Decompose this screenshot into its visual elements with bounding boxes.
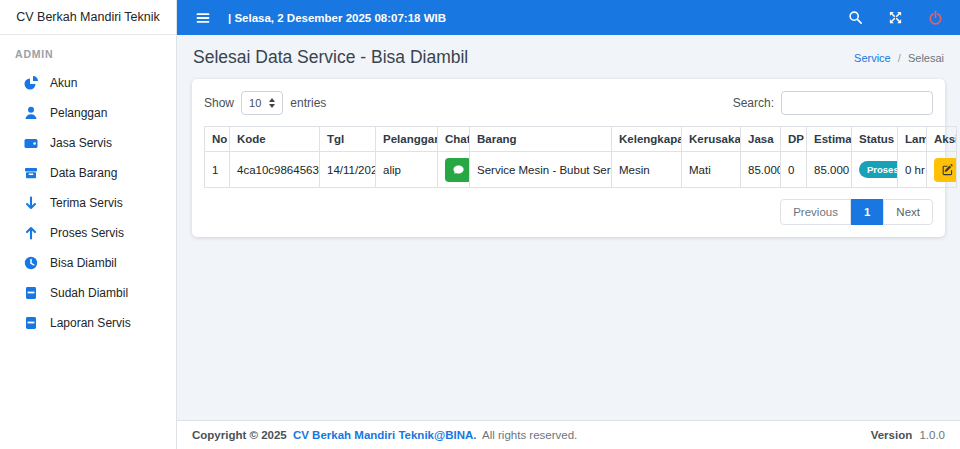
sidebar-item-label: Akun [50, 76, 77, 90]
sidebar-item-akun[interactable]: Akun [0, 68, 176, 98]
sidebar-menu: Akun Pelanggan Jasa Servis Data Barang [0, 68, 176, 338]
search-input[interactable] [781, 91, 933, 115]
entries-select[interactable]: 10 [241, 91, 283, 115]
search-label: Search: [733, 96, 774, 110]
sidebar-item-proses-servis[interactable]: Proses Servis [0, 218, 176, 248]
cell-kelengkapan: Mesin [612, 152, 682, 188]
cell-no: 1 [205, 152, 230, 188]
chevron-updown-icon [269, 98, 275, 108]
brand-header[interactable]: CV Berkah Mandiri Teknik [0, 0, 176, 35]
col-lama: Lama [898, 127, 927, 152]
cell-estimasi: 85.000 [807, 152, 852, 188]
show-label: Show [204, 96, 234, 110]
footer-copyright: Copyright © 2025 CV Berkah Mandiri Tekni… [192, 429, 577, 441]
search-icon[interactable] [845, 8, 865, 28]
sidebar-item-pelanggan[interactable]: Pelanggan [0, 98, 176, 128]
col-jasa: Jasa [741, 127, 781, 152]
wallet-icon [22, 135, 39, 152]
clock-icon [22, 255, 39, 272]
service-table: No Kode Tgl Pelanggan Chat Barang Keleng… [204, 126, 957, 188]
cell-tgl: 14/11/2025 [320, 152, 376, 188]
entries-label: entries [290, 96, 326, 110]
content-area: Selesai Data Service - Bisa Diambil Serv… [177, 35, 960, 420]
sidebar-section-label: ADMIN [0, 35, 176, 68]
chat-bubble-icon [451, 163, 465, 177]
power-icon[interactable] [925, 8, 945, 28]
pagination-previous-button[interactable]: Previous [780, 199, 851, 225]
cell-status: Proses [852, 152, 898, 188]
col-barang: Barang [470, 127, 612, 152]
arrow-down-icon [22, 195, 39, 212]
pagination-next-button[interactable]: Next [883, 199, 933, 225]
col-chat: Chat [438, 127, 470, 152]
cell-jasa: 85.000 [741, 152, 781, 188]
main-area: | Selasa, 2 Desember 2025 08:07:18 WIB S… [177, 0, 960, 449]
col-kerusakan: Kerusakan [682, 127, 741, 152]
brand-title: CV Berkah Mandiri Teknik [16, 10, 160, 24]
cell-barang: Service Mesin - Bubut Seri 789 [470, 152, 612, 188]
sidebar-item-bisa-diambil[interactable]: Bisa Diambil [0, 248, 176, 278]
whatsapp-chat-button[interactable] [445, 158, 470, 182]
navbar-actions [845, 8, 945, 28]
page-title: Selesai Data Service - Bisa Diambil [193, 47, 468, 68]
data-card: Show 10 entries Search: [192, 79, 945, 237]
sidebar-item-label: Laporan Servis [50, 316, 131, 330]
sidebar-item-data-barang[interactable]: Data Barang [0, 158, 176, 188]
cell-lama: 0 hr [898, 152, 927, 188]
footer-version: Version 1.0.0 [871, 429, 945, 441]
breadcrumb-link-service[interactable]: Service [854, 52, 891, 64]
col-dp: DP [781, 127, 807, 152]
edit-button[interactable] [934, 158, 957, 182]
sidebar-item-terima-servis[interactable]: Terima Servis [0, 188, 176, 218]
footer: Copyright © 2025 CV Berkah Mandiri Tekni… [177, 420, 960, 449]
app-root: CV Berkah Mandiri Teknik ADMIN Akun Pela… [0, 0, 960, 449]
box-icon [22, 165, 39, 182]
company-link[interactable]: CV Berkah Mandiri Teknik@BINA. [293, 429, 477, 441]
col-estimasi: Estimasi [807, 127, 852, 152]
user-icon [22, 105, 39, 122]
show-entries-control: Show 10 entries [204, 91, 326, 115]
table-controls: Show 10 entries Search: [204, 91, 933, 115]
breadcrumb: Service / Selesai [854, 52, 944, 64]
sidebar-item-label: Terima Servis [50, 196, 123, 210]
top-navbar: | Selasa, 2 Desember 2025 08:07:18 WIB [177, 0, 960, 35]
version-label: Version [871, 429, 913, 441]
table-row: 1 4ca10c986456307f 14/11/2025 alip [205, 152, 957, 188]
col-pelanggan: Pelanggan [376, 127, 438, 152]
breadcrumb-separator: / [898, 52, 901, 64]
page-header: Selesai Data Service - Bisa Diambil Serv… [193, 47, 944, 68]
navbar-datetime: | Selasa, 2 Desember 2025 08:07:18 WIB [228, 12, 446, 24]
copyright-text: Copyright © 2025 [192, 429, 287, 441]
search-control: Search: [733, 91, 933, 115]
journal-icon [22, 285, 39, 302]
sidebar-item-sudah-diambil[interactable]: Sudah Diambil [0, 278, 176, 308]
sidebar-item-laporan-servis[interactable]: Laporan Servis [0, 308, 176, 338]
pagination-page-1-button[interactable]: 1 [851, 199, 883, 225]
sidebar: CV Berkah Mandiri Teknik ADMIN Akun Pela… [0, 0, 177, 449]
sidebar-item-jasa-servis[interactable]: Jasa Servis [0, 128, 176, 158]
breadcrumb-current: Selesai [908, 52, 944, 64]
col-aksi: Aksi [927, 127, 957, 152]
edit-pencil-icon [941, 163, 954, 176]
sidebar-item-label: Data Barang [50, 166, 117, 180]
fullscreen-icon[interactable] [885, 8, 905, 28]
col-status: Status [852, 127, 898, 152]
col-kelengkapan: Kelengkapan [612, 127, 682, 152]
col-tgl: Tgl [320, 127, 376, 152]
sidebar-item-label: Sudah Diambil [50, 286, 128, 300]
menu-icon[interactable] [192, 7, 214, 29]
cell-aksi [927, 152, 957, 188]
version-value: 1.0.0 [919, 429, 945, 441]
cell-kode: 4ca10c986456307f [230, 152, 320, 188]
journal-icon [22, 315, 39, 332]
cell-pelanggan: alip [376, 152, 438, 188]
sidebar-item-label: Jasa Servis [50, 136, 112, 150]
sidebar-item-label: Bisa Diambil [50, 256, 117, 270]
col-kode: Kode [230, 127, 320, 152]
cell-kerusakan: Mati [682, 152, 741, 188]
pagination: Previous 1 Next [204, 199, 933, 225]
sidebar-item-label: Pelanggan [50, 106, 107, 120]
rights-text: All rights reserved. [482, 429, 577, 441]
sidebar-item-label: Proses Servis [50, 226, 124, 240]
col-no: No [205, 127, 230, 152]
